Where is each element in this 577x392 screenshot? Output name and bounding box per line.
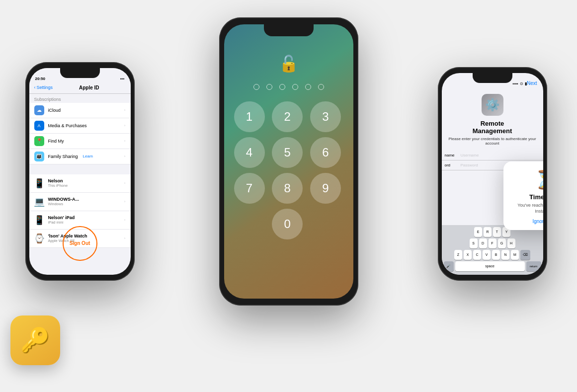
key-c[interactable]: C <box>473 250 481 260</box>
findmy-menu-item[interactable]: 📍 Find My › <box>29 134 131 149</box>
key-t[interactable]: T <box>493 227 501 237</box>
passcode-dot-3 <box>279 84 285 90</box>
phone-right-screen: ▪▪▪▪ ⊙ ▮ Next ⚙️ RemoteManagement Please… <box>442 73 543 275</box>
signal-icons-left: ▪▪▪ <box>120 77 125 81</box>
device-nelson-info: Nelson This iPhone <box>48 178 68 188</box>
nav-back-label: Settings <box>37 85 53 90</box>
phone-left-screen: 20:50 ▪▪▪ ‹ Settings Apple ID Subscripti… <box>29 68 131 275</box>
device-ipad-info: Nelson' iPad iPad mini <box>48 215 75 225</box>
key-r[interactable]: R <box>484 227 492 237</box>
media-arrow: › <box>124 123 126 128</box>
signal-bars-icon: ▪▪▪▪ <box>513 81 518 86</box>
num-btn-3[interactable]: 3 <box>310 101 341 132</box>
num-btn-1[interactable]: 1 <box>234 101 265 132</box>
family-icon: 👨‍👩‍👧 <box>34 152 44 161</box>
wifi-icon: ⊙ <box>520 81 523 86</box>
key-b[interactable]: B <box>492 250 500 260</box>
passcode-dot-6 <box>318 84 324 90</box>
num-btn-8[interactable]: 8 <box>272 173 303 204</box>
remote-mgmt-title: RemoteManagement <box>473 120 512 135</box>
phone-right-notch <box>473 73 512 83</box>
backspace-key[interactable]: ⌫ <box>520 250 530 260</box>
findmy-icon: 📍 <box>34 136 44 146</box>
key-v[interactable]: V <box>483 250 491 260</box>
section-gap <box>29 164 131 174</box>
device-nelson-iphone[interactable]: 📱 Nelson This iPhone › <box>29 174 131 193</box>
return-key[interactable]: return <box>526 261 541 271</box>
device-watch-arrow: › <box>124 236 126 240</box>
settings-icon-box: ⚙️ <box>482 94 503 116</box>
device-windows-name: WINDOWS-A... <box>48 197 80 202</box>
media-purchases-menu-item[interactable]: A Media & Purchases › <box>29 118 131 134</box>
key-s[interactable]: S <box>470 238 478 248</box>
num-btn-9[interactable]: 9 <box>310 173 341 204</box>
iphone-icon: 📱 <box>34 177 44 190</box>
media-icon: A <box>34 121 44 131</box>
device-windows[interactable]: 💻 WINDOWS-A... Windows › <box>29 193 131 211</box>
password-label: ord <box>445 163 459 167</box>
subscriptions-label: Subscriptions <box>29 94 131 103</box>
icloud-menu-item[interactable]: ☁ iCloud › <box>29 103 131 118</box>
key-x[interactable]: X <box>464 250 472 260</box>
num-btn-6[interactable]: 6 <box>310 137 341 168</box>
media-label: Media & Purchases <box>48 123 87 128</box>
remote-mgmt-desc: Please enter your credentials to authent… <box>447 137 538 146</box>
learn-link[interactable]: Learn <box>83 154 93 158</box>
phone-right: ▪▪▪▪ ⊙ ▮ Next ⚙️ RemoteManagement Please… <box>438 67 547 281</box>
space-key[interactable]: space <box>455 261 525 271</box>
phone-left-notch <box>60 68 100 78</box>
family-arrow: › <box>124 154 126 158</box>
findmy-label: Find My <box>48 139 64 144</box>
device-ipad-type: iPad mini <box>48 220 75 225</box>
key-d[interactable]: D <box>479 238 487 248</box>
key-f[interactable]: F <box>489 238 496 248</box>
chevron-left-icon: ‹ <box>34 85 36 90</box>
num-btn-0[interactable]: 0 <box>272 209 303 239</box>
nav-bar-left: ‹ Settings Apple ID <box>29 83 131 94</box>
icloud-label: iCloud <box>48 108 61 113</box>
kb-row-3: Z X C V B N M ⌫ <box>444 250 541 260</box>
num-btn-7[interactable]: 7 <box>234 173 265 204</box>
mic-key[interactable]: 🎤 <box>444 261 454 271</box>
password-placeholder[interactable]: Password <box>461 163 478 167</box>
username-placeholder[interactable]: Username <box>461 153 479 157</box>
device-nelson-arrow: › <box>124 181 126 185</box>
phone-center: 🔓 1 2 3 4 5 6 7 8 9 0 <box>219 17 358 306</box>
username-label: name <box>445 153 459 157</box>
key-n[interactable]: N <box>501 250 509 260</box>
findmy-arrow: › <box>124 139 126 143</box>
num-btn-4[interactable]: 4 <box>234 137 265 168</box>
icloud-arrow: › <box>124 108 126 112</box>
passcode-dot-1 <box>253 84 259 90</box>
ignore-limit-button[interactable]: Ignore Limit <box>510 219 543 224</box>
keyboard: E R T Y S D F G H Z X C V B <box>442 225 543 275</box>
key-m[interactable]: M <box>511 250 519 260</box>
hourglass-icon: ⏳ <box>510 169 543 190</box>
family-label: Family Sharing <box>48 154 78 159</box>
passcode-dot-4 <box>292 84 298 90</box>
device-windows-type: Windows <box>48 202 80 206</box>
next-button[interactable]: Next <box>527 80 537 86</box>
icloud-icon: ☁ <box>34 105 44 115</box>
kb-row-2: S D F G H <box>444 238 541 248</box>
phone-center-screen: 🔓 1 2 3 4 5 6 7 8 9 0 <box>224 24 353 299</box>
device-nelson-type: This iPhone <box>48 183 68 188</box>
key-g[interactable]: G <box>498 238 506 248</box>
nav-back-button[interactable]: ‹ Settings <box>34 85 53 90</box>
username-row: name Username <box>442 151 543 160</box>
sign-out-button[interactable]: Sign Out <box>63 226 97 261</box>
phone-center-notch <box>264 24 314 36</box>
num-btn-2[interactable]: 2 <box>272 101 303 132</box>
kb-row-4: 🎤 space return <box>444 261 541 271</box>
key-h[interactable]: H <box>507 238 515 248</box>
key-z[interactable]: Z <box>454 250 462 260</box>
lock-icon: 🔓 <box>279 54 299 73</box>
ipad-icon: 📱 <box>34 214 44 227</box>
time-limit-description: You've reached your limit on Instagram. <box>510 203 543 214</box>
remote-management-section: ⚙️ RemoteManagement Please enter your cr… <box>442 88 543 151</box>
num-btn-5[interactable]: 5 <box>272 137 303 168</box>
watch-icon: ⌚ <box>34 232 44 245</box>
key-e[interactable]: E <box>474 227 482 237</box>
family-sharing-menu-item[interactable]: 👨‍👩‍👧 Family Sharing Learn › <box>29 149 131 164</box>
keyhole-icon: 🔑 <box>20 326 50 354</box>
